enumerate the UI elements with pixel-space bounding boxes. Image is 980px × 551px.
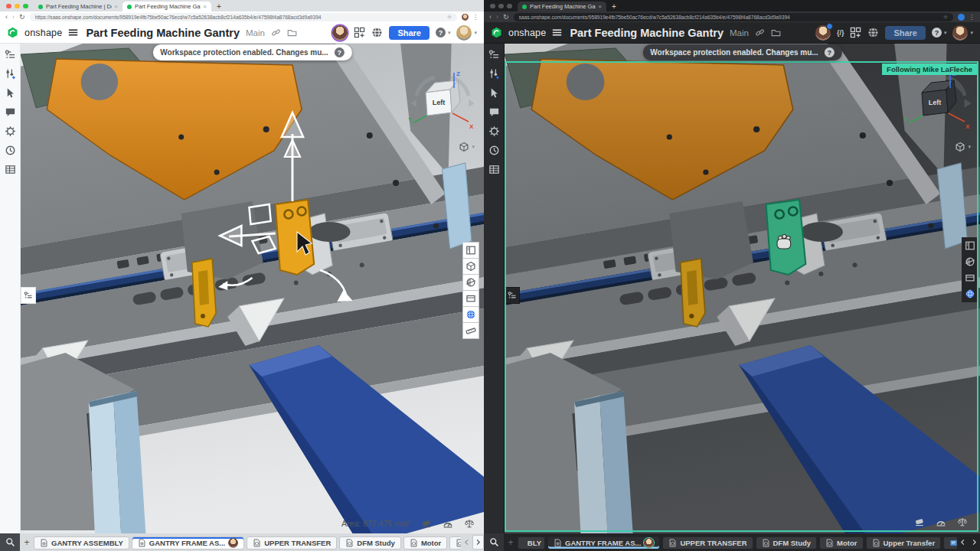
forward-icon[interactable]: › xyxy=(496,14,498,21)
browser-tab-active[interactable]: Part Feeding Machine Gant... × xyxy=(518,2,606,11)
tab-scroll-left-icon[interactable] xyxy=(461,535,472,549)
minimize-window-icon[interactable] xyxy=(15,4,20,9)
appearance-button[interactable] xyxy=(462,306,479,323)
selection-tool-icon[interactable] xyxy=(488,87,500,99)
comments-icon[interactable] xyxy=(488,106,500,118)
search-tabs-button[interactable] xyxy=(0,533,20,551)
performance-gauge-icon[interactable] xyxy=(443,518,453,529)
settings-help-icon[interactable] xyxy=(5,126,16,137)
help-icon[interactable]: ? xyxy=(932,28,942,37)
section-view-button[interactable] xyxy=(962,253,978,270)
section-view-button[interactable] xyxy=(462,274,479,291)
user-avatar[interactable] xyxy=(952,25,968,41)
eraser-icon[interactable] xyxy=(421,518,432,529)
exploded-view-button[interactable] xyxy=(462,290,479,307)
back-icon[interactable]: ‹ xyxy=(5,14,8,21)
link-icon[interactable] xyxy=(755,28,765,37)
view-cube-face-label[interactable]: Left xyxy=(433,99,446,106)
doc-tab-drawing-0218[interactable]: 0218-05-100 xyxy=(943,536,957,549)
code-icon[interactable]: {/} xyxy=(837,29,844,37)
main-menu-icon[interactable] xyxy=(68,28,78,37)
collaborator-avatar[interactable] xyxy=(815,25,831,41)
panel-layout-button[interactable] xyxy=(462,242,479,259)
user-menu[interactable]: ▾ xyxy=(456,25,477,41)
bookmark-star-icon[interactable]: ☆ xyxy=(943,14,948,20)
doc-tab-dfm-study[interactable]: DFM Study xyxy=(339,536,401,549)
add-tab-button[interactable]: + xyxy=(20,537,34,548)
feature-list-icon[interactable] xyxy=(5,49,16,60)
close-tab-icon[interactable]: × xyxy=(114,3,118,10)
measure-button[interactable] xyxy=(462,322,479,339)
doc-tab-gantry-assembly-clipped[interactable]: BLY xyxy=(518,536,545,549)
tab-scroll-right-icon[interactable] xyxy=(969,535,980,549)
doc-tab-upper-tr[interactable]: Upper Tr xyxy=(449,536,461,549)
globe-icon[interactable] xyxy=(867,27,879,38)
address-bar[interactable]: https://saas.onshape.com/documents/95891… xyxy=(30,13,457,21)
reload-icon[interactable]: ↻ xyxy=(19,14,25,21)
doc-tab-upper-transfer[interactable]: UPPER TRANSFER xyxy=(662,536,753,549)
doc-tab-motor[interactable]: Motor xyxy=(403,536,447,549)
doc-tab-gantry-frame[interactable]: GANTRY FRAME AS... xyxy=(547,536,660,549)
close-window-icon[interactable] xyxy=(490,4,495,9)
bom-table-icon[interactable] xyxy=(5,164,16,175)
maximize-window-icon[interactable] xyxy=(507,4,512,9)
new-tab-button[interactable]: + xyxy=(606,2,622,11)
collaborator-avatar[interactable] xyxy=(332,25,348,41)
toast-help-icon[interactable]: ? xyxy=(825,47,835,57)
cad-viewport[interactable]: Following Mike LaFleche Workspace protec… xyxy=(505,44,980,533)
workspace-branch[interactable]: Main xyxy=(246,28,265,37)
user-menu[interactable]: ▾ xyxy=(952,25,973,41)
configurations-icon[interactable] xyxy=(5,68,16,80)
isometric-view-button[interactable] xyxy=(462,258,479,275)
doc-tab-upper-transfer-2[interactable]: Upper Transfer xyxy=(866,536,942,549)
new-tab-button[interactable]: + xyxy=(211,2,227,11)
macos-traffic-lights[interactable] xyxy=(490,4,512,9)
help-menu[interactable]: ? ▾ xyxy=(436,28,451,37)
share-button[interactable]: Share xyxy=(885,26,926,40)
browser-tab-inactive[interactable]: Part Feeding Machine | Doc... × xyxy=(34,2,122,11)
feature-list-icon[interactable] xyxy=(488,49,500,60)
browser-profile-avatar[interactable] xyxy=(462,14,469,21)
bom-table-icon[interactable] xyxy=(488,164,500,175)
search-tabs-button[interactable] xyxy=(484,533,504,551)
cad-viewport[interactable]: Workspace protection enabled. Changes mu… xyxy=(21,44,484,533)
versions-history-icon[interactable] xyxy=(488,145,500,156)
main-menu-icon[interactable] xyxy=(552,28,562,37)
close-tab-icon[interactable]: × xyxy=(598,3,602,10)
folder-icon[interactable] xyxy=(287,28,297,37)
address-bar[interactable]: saas.onshape.com/documents/958919e4fb75b… xyxy=(514,13,953,21)
mass-properties-icon[interactable] xyxy=(464,518,475,529)
browser-menu-icon[interactable]: ⋮ xyxy=(472,14,479,21)
toast-help-icon[interactable]: ? xyxy=(335,47,345,57)
view-options-menu[interactable]: ▾ xyxy=(459,142,475,152)
appearance-button[interactable] xyxy=(962,285,978,302)
comments-icon[interactable] xyxy=(5,106,16,118)
performance-gauge-icon[interactable] xyxy=(936,517,946,527)
doc-tab-gantry-assembly[interactable]: GANTRY ASSEMBLY xyxy=(34,536,129,549)
tab-scroll-left-icon[interactable] xyxy=(957,535,969,549)
app-grid-icon[interactable] xyxy=(354,27,365,38)
macos-traffic-lights[interactable] xyxy=(6,4,28,9)
panel-layout-button[interactable] xyxy=(962,237,978,254)
link-icon[interactable] xyxy=(271,28,281,37)
workspace-branch[interactable]: Main xyxy=(730,28,749,37)
mass-properties-icon[interactable] xyxy=(957,517,968,527)
close-tab-icon[interactable]: × xyxy=(203,3,207,10)
view-cube[interactable]: Left Z X Y xyxy=(903,68,974,139)
globe-icon[interactable] xyxy=(371,27,383,38)
instances-panel-toggle[interactable] xyxy=(21,287,36,304)
tab-scroll-right-icon[interactable] xyxy=(472,535,484,549)
eraser-icon[interactable] xyxy=(914,517,925,527)
browser-menu-icon[interactable]: ⋮ xyxy=(969,14,975,21)
doc-tab-gantry-frame[interactable]: GANTRY FRAME AS... xyxy=(132,536,244,549)
selection-tool-icon[interactable] xyxy=(5,87,16,99)
view-cube[interactable]: Left Z X Y xyxy=(407,68,478,139)
folder-icon[interactable] xyxy=(771,28,781,37)
help-menu[interactable]: ? ▾ xyxy=(932,28,947,37)
versions-history-icon[interactable] xyxy=(5,145,16,156)
browser-profile-avatar[interactable] xyxy=(958,14,965,21)
back-icon[interactable]: ‹ xyxy=(489,14,492,21)
reload-icon[interactable]: ↻ xyxy=(503,14,509,21)
view-options-menu[interactable]: ▾ xyxy=(955,142,971,152)
user-avatar[interactable] xyxy=(456,25,472,41)
